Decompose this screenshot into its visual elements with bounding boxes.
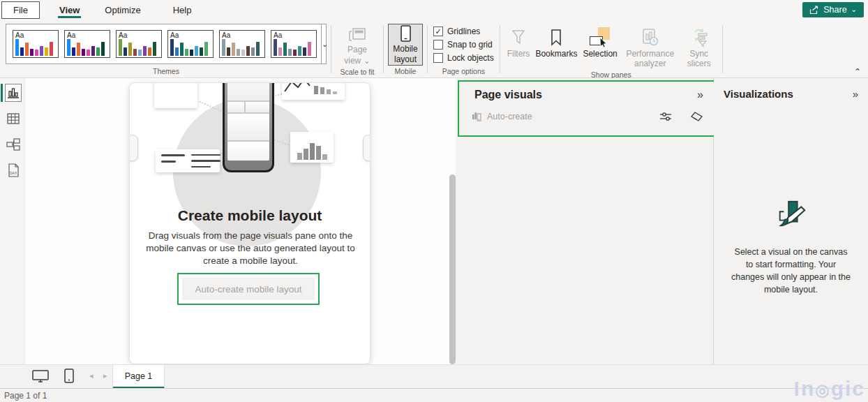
visualizations-empty-state-text: Select a visual on the canvas to start f… <box>731 246 851 297</box>
selection-icon <box>590 27 611 49</box>
gridlines-checkbox[interactable]: ✓ <box>433 27 443 36</box>
donut-chart-card <box>154 82 197 108</box>
collapse-ribbon-button[interactable]: ⌃ <box>854 67 861 77</box>
show-panes-buttons: Filters Bookmarks <box>504 24 718 69</box>
theme-color-bars <box>15 39 56 56</box>
page-view-label: Pageview ⌄ <box>344 45 370 66</box>
collapse-pane-icon[interactable]: » <box>697 89 703 101</box>
model-view-button[interactable] <box>5 135 22 154</box>
bookmarks-button[interactable]: Bookmarks <box>535 27 577 59</box>
ribbon-separator <box>427 25 428 73</box>
text-lines-card <box>156 149 220 172</box>
monitor-icon <box>32 369 49 383</box>
lock-objects-checkbox-row[interactable]: Lock objects <box>433 53 494 63</box>
sync-slicers-button: Sync slicers <box>683 27 715 69</box>
ribbon-separator <box>331 25 331 73</box>
visualizations-header: Visualizations » <box>714 78 868 100</box>
theme-color-bars <box>222 39 262 56</box>
canvas-edge-tab-right <box>363 135 371 161</box>
theme-color-bars <box>274 39 314 56</box>
donut-chart-icon <box>161 82 190 102</box>
themes-cards: Aa Aa Aa Aa Aa Aa <box>6 24 321 64</box>
bookmarks-label: Bookmarks <box>535 49 577 59</box>
page-visuals-header: Page visuals » <box>459 82 714 101</box>
auto-create-highlight-box: Auto-create mobile layout <box>177 273 320 305</box>
mobile-layout-button[interactable]: Mobilelayout <box>388 24 423 66</box>
table-view-button[interactable] <box>5 110 22 128</box>
mobile-layout-label: Mobilelayout <box>393 44 417 65</box>
theme-thumbnail[interactable]: Aa <box>13 30 59 58</box>
phone-screen-row <box>227 102 269 112</box>
share-icon <box>809 6 819 15</box>
page-options-group-label: Page options <box>442 66 485 77</box>
page-view-icon <box>348 27 366 43</box>
page-visuals-actions <box>659 111 703 122</box>
themes-group-label: Themes <box>153 66 179 77</box>
snap-to-grid-checkbox-row[interactable]: Snap to grid <box>433 40 494 50</box>
menu-item-file[interactable]: File <box>1 1 40 19</box>
page-options-checkboxes: ✓ Gridlines Snap to grid Lock objects <box>432 24 495 63</box>
canvas-vertical-scrollbar[interactable] <box>449 174 456 364</box>
eraser-icon[interactable] <box>690 111 703 122</box>
create-mobile-layout-description: Drag visuals from the page visuals pane … <box>139 230 362 268</box>
page-view-button[interactable]: Pageview ⌄ <box>336 24 379 66</box>
line-chart-card <box>282 82 345 100</box>
status-bar: Page 1 of 1 <box>0 388 868 402</box>
checkmark-icon: ✓ <box>435 28 441 36</box>
create-mobile-layout-heading: Create mobile layout <box>130 207 370 224</box>
auto-create-mobile-layout-button[interactable]: Auto-create mobile layout <box>182 278 315 300</box>
gridlines-checkbox-row[interactable]: ✓ Gridlines <box>433 27 494 36</box>
selection-button[interactable]: Selection <box>583 27 617 59</box>
theme-aa-label: Aa <box>222 32 262 39</box>
performance-analyzer-icon <box>641 27 660 49</box>
share-button[interactable]: Share ⌄ <box>802 2 864 17</box>
filters-funnel-icon <box>510 27 527 49</box>
view-rail: DAX <box>0 78 25 364</box>
menu-item-view[interactable]: View <box>52 2 87 18</box>
bookmark-icon <box>550 27 562 49</box>
mobile-group-label: Mobile <box>395 66 417 77</box>
previous-page-button[interactable]: ◂ <box>89 371 93 380</box>
theme-thumbnail[interactable]: Aa <box>116 30 162 58</box>
desktop-view-button[interactable] <box>32 369 49 386</box>
table-view-icon <box>7 113 20 124</box>
phone-icon <box>64 368 74 383</box>
snap-to-grid-label: Snap to grid <box>447 40 493 50</box>
auto-create-item-label: Auto-create <box>487 112 532 121</box>
sync-slicers-icon <box>689 27 709 49</box>
svg-text:DAX: DAX <box>10 171 17 175</box>
phone-mockup <box>223 82 274 172</box>
report-view-button[interactable] <box>5 84 22 102</box>
theme-aa-label: Aa <box>119 32 159 39</box>
theme-thumbnail[interactable]: Aa <box>167 30 214 58</box>
snap-to-grid-checkbox[interactable] <box>433 40 443 50</box>
report-view-icon <box>7 87 20 99</box>
lock-objects-checkbox[interactable] <box>433 53 443 63</box>
ribbon-separator <box>500 25 500 73</box>
theme-color-bars <box>119 39 159 56</box>
mobile-view-button[interactable] <box>64 368 74 386</box>
menu-item-help[interactable]: Help <box>166 2 199 18</box>
page-options-group: ✓ Gridlines Snap to grid Lock objects Pa… <box>432 24 495 77</box>
bar-chart-icon <box>294 139 329 163</box>
page-visuals-pane: Page visuals » Auto-create <box>458 80 716 137</box>
gridlines-label: Gridlines <box>447 27 480 36</box>
settings-sliders-icon[interactable] <box>659 111 672 122</box>
next-page-button[interactable]: ▸ <box>103 371 107 380</box>
theme-aa-label: Aa <box>274 32 314 39</box>
dax-query-view-button[interactable]: DAX <box>5 161 22 179</box>
theme-thumbnail[interactable]: Aa <box>219 30 265 58</box>
page-visuals-item-row[interactable]: Auto-create <box>459 101 714 122</box>
theme-thumbnail[interactable]: Aa <box>271 30 317 58</box>
format-brush-icon <box>775 198 807 233</box>
menu-item-optimize[interactable]: Optimize <box>98 2 147 18</box>
theme-thumbnail[interactable]: Aa <box>64 30 110 58</box>
scale-to-fit-group-label: Scale to fit <box>340 66 374 78</box>
collapse-pane-icon[interactable]: » <box>853 88 858 100</box>
theme-aa-label: Aa <box>170 32 211 39</box>
menu-view-label: View <box>59 5 80 15</box>
themes-gallery-expand-button[interactable]: ⌄ <box>321 24 328 64</box>
theme-aa-label: Aa <box>15 32 56 39</box>
page-tab[interactable]: Page 1 <box>113 365 165 389</box>
page-visuals-title: Page visuals <box>474 89 542 101</box>
